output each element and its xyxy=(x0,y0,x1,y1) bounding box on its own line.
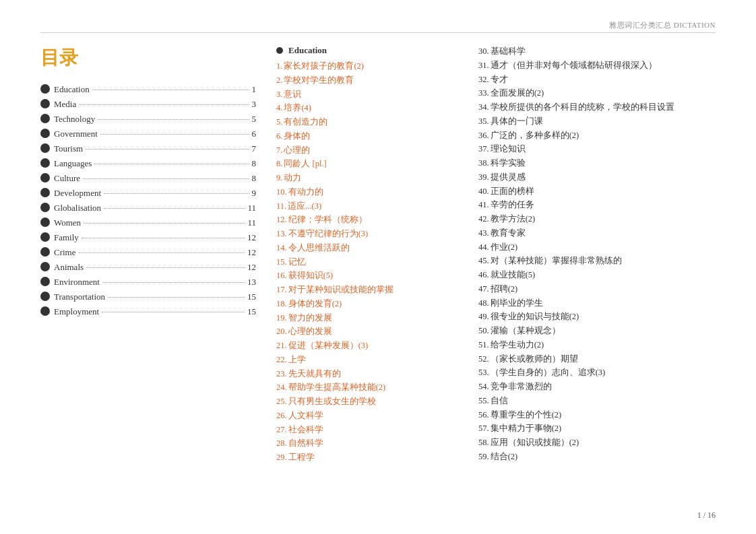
item-number: 35. xyxy=(478,116,489,126)
item-number: 18. xyxy=(276,299,287,308)
list-item: 55.自信 xyxy=(478,395,716,407)
item-text: 对于某种知识或技能的掌握 xyxy=(288,285,393,294)
toc-name: Tourism xyxy=(54,143,83,154)
item-number: 37. xyxy=(478,144,489,154)
toc-bullet xyxy=(40,188,50,197)
item-number: 23. xyxy=(276,369,287,378)
toc-name: Languages xyxy=(54,158,92,169)
item-text: 提供灵感 xyxy=(491,172,526,182)
item-number: 51. xyxy=(478,340,489,349)
item-text: 人文科学 xyxy=(288,411,323,420)
toc-item: Globalisation 11 xyxy=(40,201,256,213)
toc-bullet xyxy=(40,99,50,108)
item-text: 正面的榜样 xyxy=(491,187,534,196)
list-item: 40.正面的榜样 xyxy=(478,185,716,198)
toc-page: 12 xyxy=(247,262,256,273)
list-item: 11.适应...(3) xyxy=(276,200,465,213)
item-text: 智力的发展 xyxy=(288,313,332,323)
list-item: 31.通才（但并非对每个领域都钻研得很深入） xyxy=(478,59,716,72)
item-number: 38. xyxy=(478,158,489,168)
toc-item: Education 1 xyxy=(40,83,256,95)
list-item: 5.有创造力的 xyxy=(276,116,465,129)
item-number: 12. xyxy=(276,215,287,224)
toc-page: 11 xyxy=(247,218,256,228)
list-item: 37.理论知识 xyxy=(478,143,716,156)
toc-label: Crime 12 xyxy=(54,247,256,258)
item-text: 心理的 xyxy=(284,145,310,155)
section-header: Education xyxy=(276,45,465,56)
page-footer: 1 / 16 xyxy=(697,510,716,521)
item-number: 48. xyxy=(478,298,489,308)
list-item: 13.不遵守纪律的行为(3) xyxy=(276,228,465,240)
item-number: 55. xyxy=(478,396,489,405)
toc-name: Family xyxy=(54,232,79,243)
toc-label: Environment 13 xyxy=(54,277,256,288)
item-text: 上学 xyxy=(288,355,306,364)
item-text: 对（某种技能）掌握得非常熟练的 xyxy=(491,256,622,265)
item-number: 57. xyxy=(478,424,489,433)
item-text: 教学方法(2) xyxy=(491,214,536,224)
toc-item: Government 6 xyxy=(40,127,256,139)
item-text: 学校所提供的各个科目的统称，学校的科目设置 xyxy=(491,102,674,112)
item-text: 动力 xyxy=(284,173,301,182)
item-text: 学校对学生的教育 xyxy=(284,75,354,85)
item-number: 1. xyxy=(276,61,282,71)
toc-page: 11 xyxy=(247,203,256,213)
toc-bullet xyxy=(40,158,50,168)
list-item: 12.纪律；学科（统称） xyxy=(276,213,465,226)
toc-bullet xyxy=(40,277,50,286)
list-item: 8.同龄人 [pl.] xyxy=(276,158,465,170)
toc-item: Technology 5 xyxy=(40,112,256,125)
item-number: 17. xyxy=(276,285,287,294)
list-item: 58.应用（知识或技能）(2) xyxy=(478,436,716,449)
item-number: 3. xyxy=(276,90,282,99)
toc-name: Globalisation xyxy=(54,203,101,213)
list-item: 7.心理的 xyxy=(276,144,465,157)
item-number: 21. xyxy=(276,341,287,350)
toc-dots xyxy=(102,312,245,312)
toc-item: Culture 8 xyxy=(40,172,256,184)
item-number: 41. xyxy=(478,200,489,209)
toc-name: Culture xyxy=(54,173,80,184)
item-number: 26. xyxy=(276,411,287,420)
list-item: 33.全面发展的(2) xyxy=(478,87,716,100)
item-text: 不遵守纪律的行为(3) xyxy=(288,229,369,238)
item-number: 14. xyxy=(276,243,287,253)
item-text: 记忆 xyxy=(288,257,306,267)
toc-label: Culture 8 xyxy=(54,173,256,184)
list-item: 3.意识 xyxy=(276,88,465,101)
toc-item: Animals 12 xyxy=(40,261,256,273)
toc-page: 15 xyxy=(247,292,256,302)
list-item: 4.培养(4) xyxy=(276,102,465,114)
item-number: 27. xyxy=(276,425,287,434)
item-number: 2. xyxy=(276,75,282,85)
toc-item: Women 11 xyxy=(40,216,256,228)
list-item: 47.招聘(2) xyxy=(478,283,716,296)
list-item: 36.广泛的，多种多样的(2) xyxy=(478,129,716,142)
toc-dots xyxy=(104,208,245,209)
item-text: 自信 xyxy=(491,396,508,405)
toc-dots xyxy=(102,282,245,283)
toc-heading: 目录 xyxy=(40,45,256,71)
toc-dots xyxy=(108,297,245,298)
list-item: 20.心理的发展 xyxy=(276,325,465,338)
mid-numbered-list: 1.家长对孩子的教育(2)2.学校对学生的教育3.意识4.培养(4)5.有创造力… xyxy=(276,60,465,464)
toc-name: Animals xyxy=(54,262,84,273)
list-item: 21.促进（某种发展）(3) xyxy=(276,339,465,352)
item-text: 获得知识(5) xyxy=(288,271,334,280)
item-text: 同龄人 [pl.] xyxy=(284,159,326,168)
toc-name: Education xyxy=(54,84,90,95)
item-number: 58. xyxy=(478,438,489,447)
item-number: 5. xyxy=(276,117,282,127)
item-text: 令人思维活跃的 xyxy=(288,243,350,253)
toc-item: Family 12 xyxy=(40,231,256,243)
item-number: 39. xyxy=(478,172,489,182)
list-item: 26.人文科学 xyxy=(276,409,465,422)
page: 雅思词汇分类汇总 DICTATION 目录 Education 1 Media … xyxy=(0,0,756,534)
toc-page: 12 xyxy=(247,232,256,243)
item-number: 32. xyxy=(478,75,489,84)
item-text: 很专业的知识与技能(2) xyxy=(491,312,579,321)
toc-dots xyxy=(104,193,249,194)
item-number: 6. xyxy=(276,131,282,141)
toc-list: Education 1 Media 3 Technology 5 Governm… xyxy=(40,83,256,317)
